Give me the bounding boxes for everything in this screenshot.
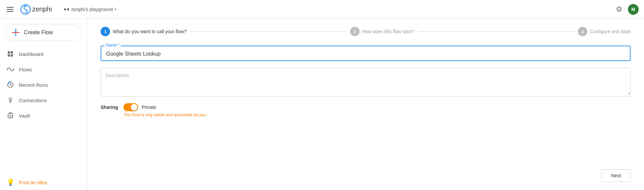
- step-3: 3 Configure and Start: [578, 27, 631, 36]
- svg-rect-15: [8, 114, 13, 118]
- post-idea-button[interactable]: 💡 Post an Idea: [7, 179, 80, 186]
- svg-line-14: [12, 98, 12, 99]
- settings-gear-icon[interactable]: ⚙: [616, 5, 623, 14]
- toggle-knob: [131, 104, 138, 111]
- next-button[interactable]: Next: [601, 169, 631, 182]
- svg-point-9: [13, 69, 14, 70]
- sharing-description: The Flow is only visible and accessible …: [123, 113, 207, 117]
- recent-runs-icon: [7, 81, 14, 88]
- step-2-label: How does this flow start?: [362, 29, 415, 34]
- step-connector-1: [191, 31, 346, 32]
- name-input[interactable]: [101, 46, 630, 60]
- step-2-circle: 2: [350, 27, 360, 36]
- sidebar-nav: Dashboard Flows: [0, 46, 87, 174]
- step-2: 2 How does this flow start?: [350, 27, 415, 36]
- stepper: 1 What do you want to call your flow? 2 …: [101, 27, 631, 36]
- svg-point-16: [10, 115, 11, 117]
- plus-icon: [11, 28, 20, 37]
- name-label: Name *: [105, 43, 121, 48]
- sidebar-item-flows-label: Flows: [19, 67, 32, 72]
- private-toggle[interactable]: [123, 103, 138, 111]
- sidebar-item-recent-runs[interactable]: Recent Runs: [0, 77, 87, 92]
- sharing-mode-label: Private: [142, 105, 156, 110]
- workspace-name: zenphi's playground: [71, 7, 113, 12]
- svg-point-8: [7, 69, 8, 70]
- post-idea-label: Post an Idea: [19, 180, 47, 185]
- content-footer: Next: [101, 165, 631, 182]
- create-flow-button[interactable]: Create Flow: [5, 24, 82, 41]
- user-avatar[interactable]: M: [628, 4, 639, 15]
- dashboard-icon: [7, 50, 14, 58]
- chevron-down-icon: ▾: [115, 7, 116, 11]
- sidebar-item-vault[interactable]: Vault: [0, 108, 87, 123]
- sidebar-bottom: 💡 Post an Idea: [0, 174, 87, 190]
- logo: zenphi: [20, 4, 52, 15]
- description-input[interactable]: [101, 68, 630, 95]
- create-flow-label: Create Flow: [24, 29, 53, 36]
- step-3-label: Configure and Start: [590, 29, 631, 34]
- step-1-circle: 1: [101, 27, 110, 36]
- sidebar-item-dashboard-label: Dashboard: [19, 51, 43, 57]
- form-section: Name * Sharing Private: [101, 46, 631, 159]
- step-1-label: What do you want to call your flow?: [113, 29, 186, 34]
- name-field-group: Name *: [101, 46, 631, 61]
- svg-rect-7: [11, 54, 13, 57]
- step-3-circle: 3: [578, 27, 587, 36]
- navbar: zenphi zenphi's playground ▾ ⚙ M: [0, 0, 644, 19]
- workspace-selector[interactable]: zenphi's playground ▾: [64, 7, 116, 12]
- vault-icon: [7, 112, 14, 119]
- bulb-icon: 💡: [7, 179, 14, 186]
- svg-line-13: [8, 98, 9, 99]
- main-layout: Create Flow Dashboard: [0, 19, 644, 190]
- connections-icon: [7, 97, 14, 104]
- sidebar-item-flows[interactable]: Flows: [0, 62, 87, 77]
- sharing-content: Private The Flow is only visible and acc…: [123, 103, 207, 117]
- sidebar-item-vault-label: Vault: [19, 113, 30, 119]
- sidebar-item-connections-label: Connections: [19, 98, 47, 103]
- zenphi-logo-icon: [20, 4, 31, 15]
- sidebar: Create Flow Dashboard: [0, 19, 87, 190]
- sidebar-item-recent-runs-label: Recent Runs: [19, 82, 48, 88]
- svg-point-12: [9, 100, 11, 102]
- flows-icon: [7, 66, 14, 73]
- description-field-group: [101, 68, 631, 97]
- workspace-dots-icon: [64, 8, 69, 10]
- sidebar-item-connections[interactable]: Connections: [0, 92, 87, 108]
- description-field-wrapper: [101, 68, 631, 97]
- sharing-row: Sharing Private The Flow is only visible…: [101, 103, 631, 117]
- logo-text: zenphi: [32, 5, 52, 13]
- svg-rect-6: [8, 54, 10, 57]
- step-connector-2: [418, 31, 574, 32]
- name-field-wrapper: Name *: [101, 46, 631, 61]
- hamburger-menu-icon[interactable]: [5, 6, 15, 13]
- svg-point-1: [25, 5, 26, 7]
- sidebar-item-dashboard[interactable]: Dashboard: [0, 46, 87, 62]
- svg-rect-5: [11, 51, 13, 54]
- main-content: 1 What do you want to call your flow? 2 …: [87, 19, 644, 190]
- sharing-toggle-row: Private: [123, 103, 207, 111]
- sharing-label: Sharing: [101, 105, 118, 110]
- step-1: 1 What do you want to call your flow?: [101, 27, 186, 36]
- svg-rect-4: [8, 51, 10, 54]
